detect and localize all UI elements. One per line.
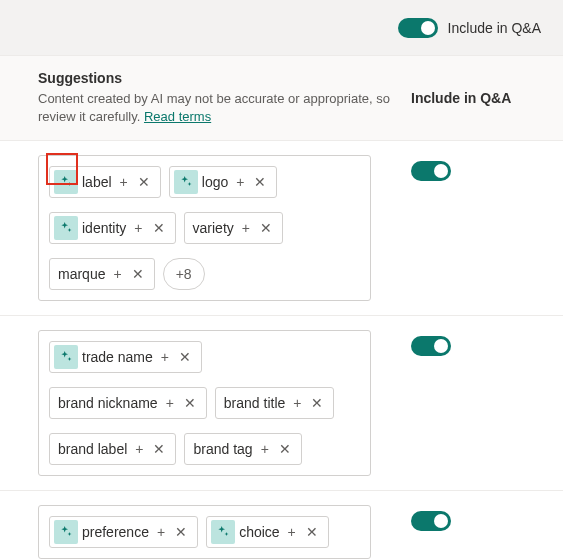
chip-add-button[interactable]: + [133,442,145,456]
chip-label: logo [202,174,228,190]
chip-label: identity [82,220,126,236]
suggestions-title: Suggestions [38,70,391,86]
chip-add-button[interactable]: + [111,267,123,281]
description-text: Content created by AI may not be accurat… [38,91,390,124]
chip-remove-button[interactable]: ✕ [130,267,146,281]
chip-container: trade name+✕brand nickname+✕brand title+… [38,330,371,476]
suggestion-chip[interactable]: brand nickname+✕ [49,387,207,419]
chip-container: label+✕logo+✕identity+✕variety+✕marque+✕… [38,155,371,301]
chip-label: brand nickname [58,395,158,411]
chip-add-button[interactable]: + [240,221,252,235]
global-toggle-row: Include in Q&A [398,18,541,38]
group-toggle-column [411,155,541,181]
chip-remove-button[interactable]: ✕ [304,525,320,539]
chip-add-button[interactable]: + [164,396,176,410]
top-bar: Include in Q&A [0,0,563,56]
chip-label: label [82,174,112,190]
chip-label: brand title [224,395,285,411]
chip-remove-button[interactable]: ✕ [309,396,325,410]
chip-add-button[interactable]: + [234,175,246,189]
chip-add-button[interactable]: + [286,525,298,539]
sparkle-icon [211,520,235,544]
suggestion-chip[interactable]: brand tag+✕ [184,433,301,465]
group-include-toggle[interactable] [411,511,451,531]
sparkle-icon [54,216,78,240]
read-terms-link[interactable]: Read terms [144,109,211,124]
chip-container: preference+✕choice+✕ [38,505,371,559]
chip-add-button[interactable]: + [132,221,144,235]
sparkle-icon [54,345,78,369]
suggestion-chip[interactable]: label+✕ [49,166,161,198]
chip-remove-button[interactable]: ✕ [182,396,198,410]
chip-label: trade name [82,349,153,365]
suggestion-chip[interactable]: choice+✕ [206,516,329,548]
header-row: Suggestions Content created by AI may no… [0,56,563,141]
chip-remove-button[interactable]: ✕ [136,175,152,189]
chip-label: preference [82,524,149,540]
sparkle-icon [54,520,78,544]
suggestions-description: Content created by AI may not be accurat… [38,90,391,126]
group-toggle-column [411,505,541,531]
suggestion-chip[interactable]: marque+✕ [49,258,155,290]
chip-remove-button[interactable]: ✕ [151,442,167,456]
sparkle-icon [174,170,198,194]
chip-label: choice [239,524,279,540]
chip-remove-button[interactable]: ✕ [151,221,167,235]
chip-remove-button[interactable]: ✕ [277,442,293,456]
chip-remove-button[interactable]: ✕ [177,350,193,364]
chip-add-button[interactable]: + [259,442,271,456]
header-left: Suggestions Content created by AI may no… [38,70,411,126]
chip-add-button[interactable]: + [291,396,303,410]
chip-remove-button[interactable]: ✕ [258,221,274,235]
suggestion-chip[interactable]: preference+✕ [49,516,198,548]
column-header-include: Include in Q&A [411,70,541,126]
group-include-toggle[interactable] [411,336,451,356]
group-toggle-column [411,330,541,356]
chip-label: brand tag [193,441,252,457]
suggestion-chip[interactable]: brand title+✕ [215,387,335,419]
group-include-toggle[interactable] [411,161,451,181]
suggestion-group: label+✕logo+✕identity+✕variety+✕marque+✕… [0,141,563,316]
global-toggle-label: Include in Q&A [448,20,541,36]
chip-remove-button[interactable]: ✕ [252,175,268,189]
chip-add-button[interactable]: + [118,175,130,189]
chip-label: brand label [58,441,127,457]
chip-label: marque [58,266,105,282]
suggestion-chip[interactable]: brand label+✕ [49,433,176,465]
sparkle-icon [54,170,78,194]
chip-add-button[interactable]: + [155,525,167,539]
more-chips-pill[interactable]: +8 [163,258,205,290]
suggestion-chip[interactable]: variety+✕ [184,212,283,244]
suggestion-chip[interactable]: trade name+✕ [49,341,202,373]
chip-remove-button[interactable]: ✕ [173,525,189,539]
suggestion-group: trade name+✕brand nickname+✕brand title+… [0,316,563,491]
suggestion-chip[interactable]: logo+✕ [169,166,278,198]
chip-label: variety [193,220,234,236]
global-include-toggle[interactable] [398,18,438,38]
chip-add-button[interactable]: + [159,350,171,364]
suggestion-group: preference+✕choice+✕ [0,491,563,559]
suggestion-chip[interactable]: identity+✕ [49,212,176,244]
